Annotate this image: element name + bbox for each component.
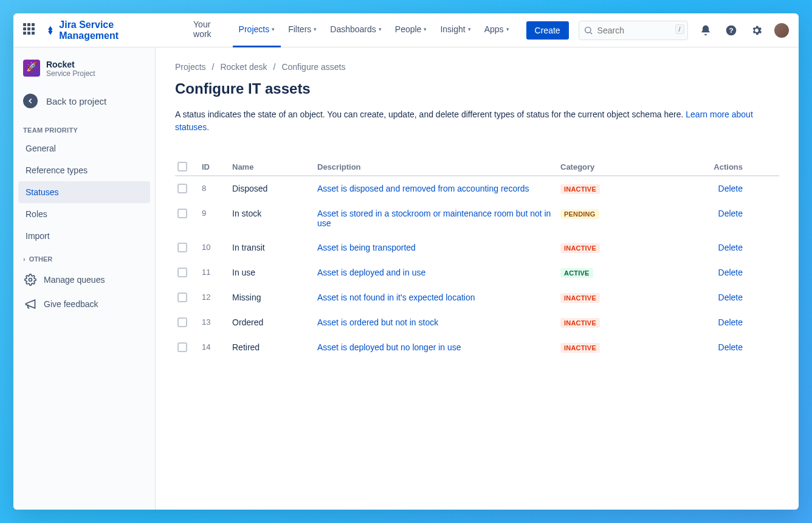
table-row: 14RetiredAsset is deployed but no longer… [175,335,779,360]
search-kbd-hint: / [675,24,684,34]
breadcrumb-item[interactable]: Projects [175,62,206,72]
breadcrumb-item[interactable]: Configure assets [281,62,345,72]
cell-description[interactable]: Asset is deployed and in use [317,268,560,277]
svg-point-0 [585,27,590,32]
main-content: Projects/Rocket desk/Configure assets Co… [156,47,799,510]
gear-icon [24,274,36,286]
nav-people[interactable]: People▾ [389,13,433,47]
search-box: / [579,21,688,40]
back-to-project[interactable]: Back to project [18,88,150,114]
sidebar-item-statuses[interactable]: Statuses [18,181,150,203]
delete-link[interactable]: Delete [694,268,743,277]
table-header: ID Name Description Category Actions [175,158,779,176]
delete-link[interactable]: Delete [694,243,743,252]
notifications-icon[interactable] [699,23,714,38]
manage-queues-label: Manage queues [44,275,105,285]
row-checkbox[interactable] [177,317,187,327]
table-row: 12MissingAsset is not found in it's expe… [175,285,779,310]
table-row: 9In stockAsset is stored in a stockroom … [175,201,779,235]
row-checkbox[interactable] [177,293,187,302]
nav-filters[interactable]: Filters▾ [282,13,323,47]
other-label: OTHER [29,255,53,263]
sidebar-item-reference-types[interactable]: Reference types [18,159,150,181]
help-icon[interactable]: ? [724,23,738,38]
table-row: 8DisposedAsset is disposed and removed f… [175,176,779,201]
app-window: Jira Service Management Your workProject… [13,13,799,510]
megaphone-icon [24,298,36,310]
nav-apps[interactable]: Apps▾ [478,13,515,47]
cell-id: 12 [202,293,232,302]
body: Rocket Service Project Back to project T… [13,47,799,510]
give-feedback[interactable]: Give feedback [18,292,150,316]
cell-name: In transit [232,243,317,252]
page-description: A status indicates the state of an objec… [175,108,779,134]
table-row: 13OrderedAsset is ordered but not in sto… [175,310,779,335]
project-type: Service Project [46,69,95,78]
cell-description[interactable]: Asset is ordered but not in stock [317,317,560,327]
cell-name: Ordered [232,317,317,327]
svg-point-4 [29,279,32,282]
status-badge: ACTIVE [560,268,593,278]
cell-name: Missing [232,293,317,302]
sidebar-section-other[interactable]: › OTHER [18,247,150,268]
sidebar-section-team-priority: TEAM PRIORITY [18,119,150,137]
row-checkbox[interactable] [177,268,187,277]
manage-queues[interactable]: Manage queues [18,268,150,292]
sidebar-item-general[interactable]: General [18,137,150,159]
product-logo[interactable]: Jira Service Management [45,19,174,41]
cell-description[interactable]: Asset is being transported [317,243,560,252]
cell-description[interactable]: Asset is stored in a stockroom or mainte… [317,209,560,228]
svg-line-1 [590,32,592,34]
product-name: Jira Service Management [59,19,174,41]
nav-dashboards[interactable]: Dashboards▾ [324,13,388,47]
chevron-down-icon: ▾ [379,26,382,32]
row-checkbox[interactable] [177,184,187,193]
cell-description[interactable]: Asset is deployed but no longer in use [317,342,560,352]
delete-link[interactable]: Delete [694,293,743,302]
delete-link[interactable]: Delete [694,209,743,218]
cell-id: 10 [202,243,232,252]
status-badge: INACTIVE [560,293,600,303]
nav-insight[interactable]: Insight▾ [434,13,477,47]
row-checkbox[interactable] [177,243,187,252]
app-switcher-icon[interactable] [23,23,38,38]
delete-link[interactable]: Delete [694,184,743,193]
chevron-down-icon: ▾ [468,26,471,32]
row-checkbox[interactable] [177,342,187,352]
cell-description[interactable]: Asset is not found in it's expected loca… [317,293,560,302]
nav-your-work[interactable]: Your work [187,13,232,47]
sidebar-item-import[interactable]: Import [18,225,150,247]
table-row: 10In transitAsset is being transportedIN… [175,235,779,260]
row-checkbox[interactable] [177,209,187,218]
settings-icon[interactable] [749,23,764,38]
project-icon [23,60,40,77]
search-input[interactable] [579,21,688,40]
cell-id: 9 [202,209,232,218]
col-actions: Actions [694,162,743,171]
status-badge: INACTIVE [560,318,600,328]
search-icon [583,26,593,38]
select-all-checkbox[interactable] [177,162,187,171]
breadcrumb-item[interactable]: Rocket desk [220,62,267,72]
give-feedback-label: Give feedback [44,299,98,309]
cell-name: Disposed [232,184,317,193]
cell-description[interactable]: Asset is disposed and removed from accou… [317,184,560,193]
delete-link[interactable]: Delete [694,317,743,327]
topbar: Jira Service Management Your workProject… [13,13,799,47]
col-description: Description [317,162,560,171]
col-name: Name [232,162,317,171]
sidebar-item-roles[interactable]: Roles [18,203,150,225]
cell-name: Retired [232,342,317,352]
col-id: ID [202,162,232,171]
create-button[interactable]: Create [526,21,569,40]
chevron-down-icon: ▾ [424,26,427,32]
project-name: Rocket [46,60,95,69]
status-badge: PENDING [560,209,599,219]
breadcrumb: Projects/Rocket desk/Configure assets [175,62,779,72]
back-arrow-icon [23,94,38,108]
nav-projects[interactable]: Projects▾ [233,13,281,47]
cell-id: 13 [202,317,232,327]
delete-link[interactable]: Delete [694,342,743,352]
chevron-down-icon: ▾ [506,26,509,32]
avatar[interactable] [774,23,789,38]
